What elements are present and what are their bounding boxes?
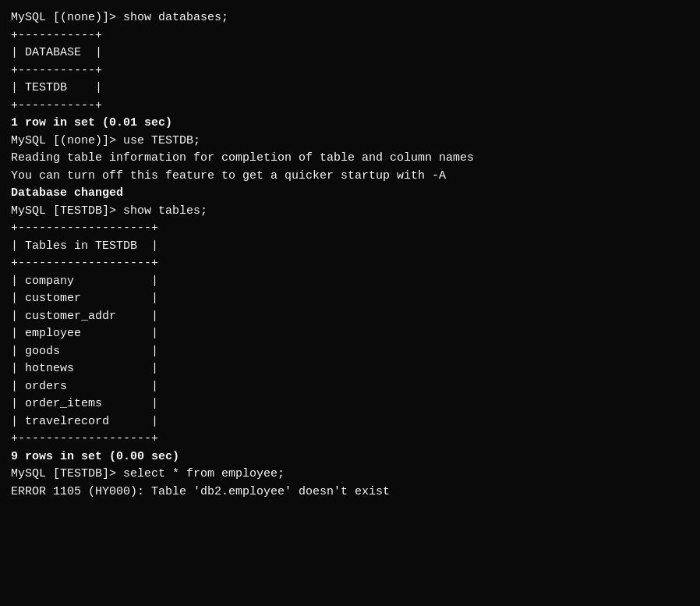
terminal-line: MySQL [(none)]> use TESTDB;	[11, 133, 689, 151]
terminal-line: 9 rows in set (0.00 sec)	[11, 448, 689, 466]
terminal-line: Database changed	[11, 185, 689, 203]
terminal-line: You can turn off this feature to get a q…	[11, 168, 689, 186]
terminal-line: | orders |	[11, 378, 689, 396]
terminal-line: +-------------------+	[11, 431, 689, 448]
terminal-line: MySQL [(none)]> show databases;	[11, 9, 689, 27]
terminal-line: | hotnews |	[11, 360, 689, 378]
terminal-line: | customer |	[11, 290, 689, 308]
terminal-line: +-------------------+	[11, 255, 689, 273]
terminal-line: +-------------------+	[11, 220, 689, 238]
terminal-line: ERROR 1105 (HY000): Table 'db2.employee'…	[11, 484, 689, 501]
terminal-line: +-----------+	[11, 97, 689, 115]
terminal-line: | Tables in TESTDB |	[11, 238, 689, 256]
terminal-line: 1 row in set (0.01 sec)	[11, 115, 689, 133]
terminal-line: | order_items |	[11, 395, 689, 413]
terminal-line: MySQL [TESTDB]> select * from employee;	[11, 466, 689, 484]
terminal-line: | customer_addr |	[11, 308, 689, 326]
terminal-window: MySQL [(none)]> show databases;+--------…	[11, 9, 689, 501]
terminal-line: | DATABASE |	[11, 44, 689, 62]
terminal-line: | goods |	[11, 343, 689, 361]
terminal-line: | travelrecord |	[11, 413, 689, 431]
terminal-line: | employee |	[11, 325, 689, 343]
terminal-line: | company |	[11, 273, 689, 291]
terminal-line: MySQL [TESTDB]> show tables;	[11, 203, 689, 221]
terminal-line: | TESTDB |	[11, 80, 689, 97]
terminal-line: +-----------+	[11, 27, 689, 45]
terminal-line: Reading table information for completion…	[11, 150, 689, 168]
terminal-line: +-----------+	[11, 62, 689, 80]
